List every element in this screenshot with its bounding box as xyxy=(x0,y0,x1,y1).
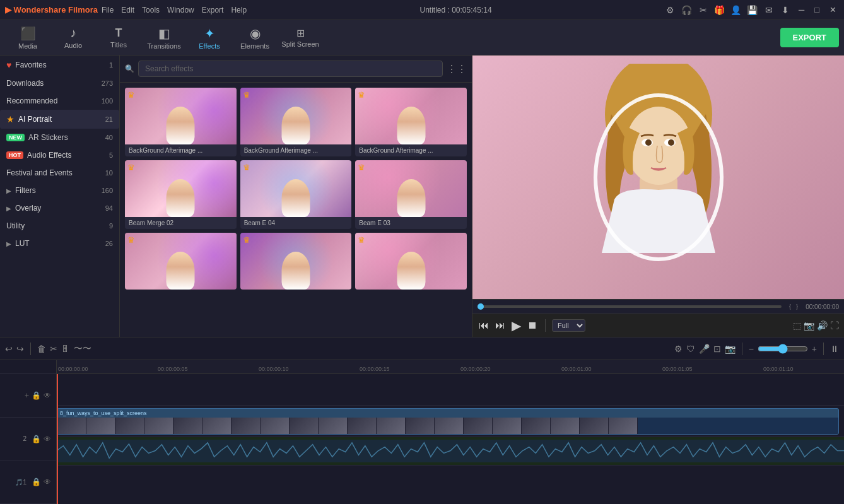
minimize-button[interactable]: ─ xyxy=(796,5,807,15)
camera-icon[interactable]: 📷 xyxy=(725,344,736,354)
preview-panel: ｛ ｝ 00:00:00:00 ⏮ ⏭ ▶ ⏹ Full 75% 50% ⬚ 📷… xyxy=(472,56,844,337)
sidebar-item-utility[interactable]: Utility 9 xyxy=(0,217,119,235)
track-settings-icon[interactable]: ⚙ xyxy=(674,344,683,354)
zoom-out-button[interactable]: − xyxy=(749,344,754,354)
sidebar-item-audio-effects[interactable]: HOT Audio Effects 5 xyxy=(0,146,119,164)
fullscreen-button[interactable]: ⛶ xyxy=(830,320,839,331)
timeline-content: + 🔒 👁 2 🔒 👁 🎵1 🔒 👁 00:00:00:00 00: xyxy=(0,360,844,504)
effect-card-2[interactable]: ♛BackGround Afterimage ... xyxy=(240,88,352,156)
zoom-slider[interactable] xyxy=(758,344,808,354)
sidebar-item-lut[interactable]: ▶ LUT 26 xyxy=(0,235,119,252)
playhead-dot xyxy=(478,303,484,310)
effect-card-7[interactable]: ♛ xyxy=(125,233,237,290)
step-back-button[interactable]: ⏮ xyxy=(478,319,490,332)
toolbar-audio[interactable]: ♪ Audio xyxy=(50,22,96,54)
scissors-icon[interactable]: ✂ xyxy=(698,4,709,16)
menu-file[interactable]: File xyxy=(102,6,114,15)
effect-card-8[interactable]: ♛ xyxy=(240,233,352,290)
split-icon[interactable]: ⊡ xyxy=(713,344,721,354)
video-clip[interactable]: 8_fun_ways_to_use_split_screens xyxy=(57,408,839,435)
mic-icon[interactable]: 🎤 xyxy=(699,344,710,354)
menu-edit[interactable]: Edit xyxy=(121,6,134,15)
effect-card-4[interactable]: ♛Beam Merge 02 xyxy=(125,160,237,229)
timeline-tracks: 00:00:00:00 00:00:00:05 00:00:00:10 00:0… xyxy=(57,360,844,504)
delete-button[interactable]: 🗑 xyxy=(37,344,46,354)
toolbar-transitions[interactable]: ◧ Transitions xyxy=(141,22,187,54)
audio-mix-button[interactable]: 🎚 xyxy=(61,344,70,354)
playhead[interactable] xyxy=(57,374,58,504)
playhead-bar[interactable] xyxy=(478,305,782,308)
sidebar-item-festival-events[interactable]: Festival and Events 10 xyxy=(0,164,119,182)
effect-card-1[interactable]: ♛BackGround Afterimage ... xyxy=(125,88,237,156)
snapshot-button[interactable]: 📷 xyxy=(804,320,814,331)
aspect-ratio-button[interactable]: ⬚ xyxy=(793,320,801,331)
headphone-icon[interactable]: 🎧 xyxy=(681,4,693,16)
redo-button[interactable]: ↪ xyxy=(16,344,24,354)
track-add-icon[interactable]: + xyxy=(25,391,29,400)
toolbar-media[interactable]: ⬛ Media xyxy=(5,22,50,54)
prev-frame-button[interactable]: ⏭ xyxy=(494,319,507,332)
sidebar-item-filters[interactable]: ▶ Filters 160 xyxy=(0,182,119,199)
maximize-button[interactable]: □ xyxy=(812,5,822,15)
app-logo: ▶ Wondershare Filmora xyxy=(5,5,98,15)
crown-icon-5: ♛ xyxy=(243,163,250,172)
tl-sep-1 xyxy=(30,343,31,355)
effect-card-9[interactable]: ♛ xyxy=(355,233,467,290)
toolbar-titles[interactable]: T Titles xyxy=(96,22,141,54)
cut-button[interactable]: ✂ xyxy=(50,344,57,354)
play-button[interactable]: ▶ xyxy=(510,317,522,334)
sidebar-item-recommended[interactable]: Recommended 100 xyxy=(0,92,119,110)
sidebar-item-ai-portrait[interactable]: ★ AI Portrait 21 xyxy=(0,110,119,129)
sidebar-item-overlay[interactable]: ▶ Overlay 94 xyxy=(0,199,119,217)
effect-thumb-6: ♛ xyxy=(355,160,467,217)
preview-timeline-row: ｛ ｝ 00:00:00:00 xyxy=(472,299,844,314)
settings-icon[interactable]: ⚙ xyxy=(665,4,676,16)
toolbar-effects[interactable]: ✦ Effects xyxy=(187,22,232,54)
volume-button[interactable]: 🔊 xyxy=(817,320,828,331)
search-input[interactable] xyxy=(138,61,443,77)
ruler-mark-5: 00:00:01:00 xyxy=(561,366,592,372)
menu-help[interactable]: Help xyxy=(231,6,247,15)
effect-name-5: Beam E 04 xyxy=(240,217,352,229)
sidebar-filters-label: Filters xyxy=(15,186,36,195)
sidebar-favorites-label: Favorites xyxy=(15,61,46,69)
track-lock-icon-3[interactable]: 🔒 xyxy=(32,478,41,486)
menu-export[interactable]: Export xyxy=(202,6,224,15)
sidebar-item-ar-stickers[interactable]: NEW AR Stickers 40 xyxy=(0,129,119,146)
sidebar-festival-events-count: 10 xyxy=(105,169,113,177)
zoom-in-button[interactable]: + xyxy=(812,344,817,354)
stop-button[interactable]: ⏹ xyxy=(526,319,539,332)
track-lock-icon-2[interactable]: 🔒 xyxy=(32,435,41,443)
filters-expand-icon: ▶ xyxy=(6,187,11,194)
elements-icon: ◉ xyxy=(250,26,261,41)
undo-button[interactable]: ↩ xyxy=(5,344,13,354)
effect-card-3[interactable]: ♛BackGround Afterimage ... xyxy=(355,88,467,156)
effect-name-6: Beam E 03 xyxy=(355,217,467,229)
pause-timeline-button[interactable]: ⏸ xyxy=(830,344,839,354)
user-icon[interactable]: 👤 xyxy=(730,4,742,16)
shield-icon[interactable]: 🛡 xyxy=(686,344,695,354)
toolbar-elements[interactable]: ◉ Elements xyxy=(232,22,278,54)
sidebar-item-downloads[interactable]: Downloads 273 xyxy=(0,74,119,92)
zoom-select[interactable]: Full 75% 50% xyxy=(552,319,585,332)
menu-window[interactable]: Window xyxy=(167,6,194,15)
effect-card-6[interactable]: ♛Beam E 03 xyxy=(355,160,467,229)
track-eye-icon[interactable]: 👁 xyxy=(44,391,51,400)
frame-thumb xyxy=(609,418,638,434)
waveform-button[interactable]: 〜〜 xyxy=(74,343,91,355)
download-icon[interactable]: ⬇ xyxy=(780,4,791,16)
track-eye-icon-3[interactable]: 👁 xyxy=(44,478,51,486)
menu-tools[interactable]: Tools xyxy=(142,6,160,15)
mail-icon[interactable]: ✉ xyxy=(763,4,775,16)
effect-figure-1 xyxy=(167,107,195,144)
save-icon[interactable]: 💾 xyxy=(747,4,758,16)
sidebar-item-favorites[interactable]: ♥ Favorites 1 xyxy=(0,56,119,74)
track-lock-icon[interactable]: 🔒 xyxy=(32,391,41,400)
effect-card-5[interactable]: ♛Beam E 04 xyxy=(240,160,352,229)
track-eye-icon-2[interactable]: 👁 xyxy=(44,435,51,443)
toolbar-split-screen[interactable]: ⊞ Split Screen xyxy=(278,22,323,54)
close-button[interactable]: ✕ xyxy=(827,5,839,15)
gift-icon[interactable]: 🎁 xyxy=(714,4,725,16)
grid-toggle-icon[interactable]: ⋮⋮ xyxy=(447,63,467,75)
export-button[interactable]: EXPORT xyxy=(780,28,839,47)
